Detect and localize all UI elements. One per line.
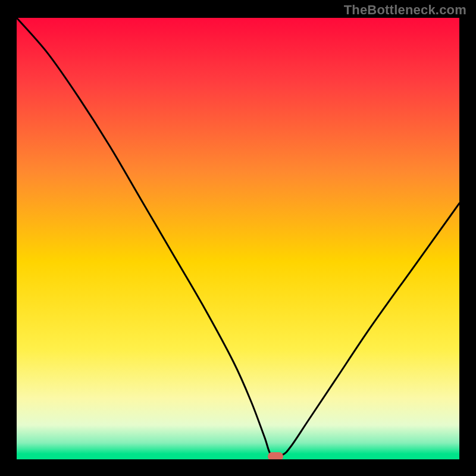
plot-area [17,18,459,459]
watermark-text: TheBottleneck.com [344,2,466,18]
chart-frame: TheBottleneck.com [0,0,476,476]
bottleneck-curve [17,18,459,459]
optimal-marker [268,452,283,459]
